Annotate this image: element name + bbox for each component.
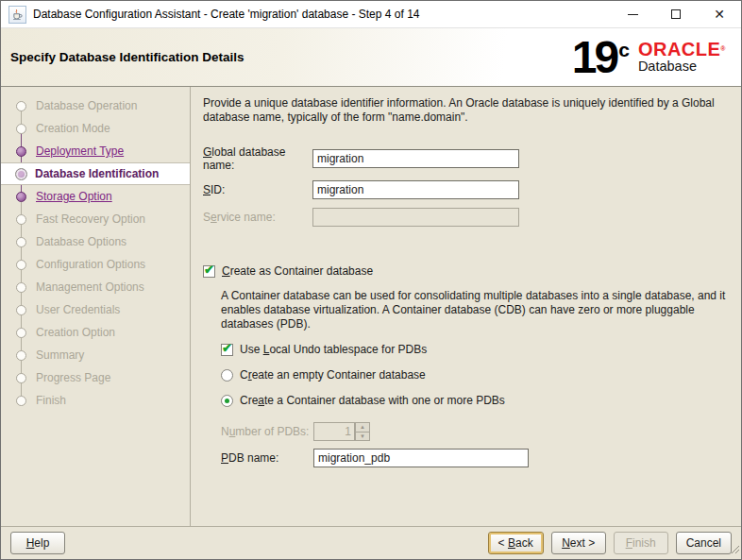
sidebar-item-management-options: Management Options [1, 276, 190, 298]
spinner-down-icon: ▼ [355, 433, 370, 442]
next-button[interactable]: Next > [551, 532, 606, 554]
check-icon: ✔ [222, 342, 232, 354]
step-marker-icon [16, 146, 26, 157]
page-title: Specify Database Identification Details [10, 50, 245, 64]
content-area: Database Operation Creation Mode Deploym… [1, 87, 741, 526]
oracle-brand: ORACLE® [638, 41, 726, 58]
label-text: DB name: [228, 451, 278, 465]
step-label: Storage Option [36, 190, 112, 203]
sidebar-item-database-operation: Database Operation [1, 94, 190, 117]
dbca-window: Database Configuration Assistant - Creat… [0, 0, 742, 560]
maximize-button[interactable] [654, 1, 698, 27]
label-text: C [240, 368, 248, 382]
step-label: Management Options [36, 280, 144, 294]
num-pdbs-input [313, 422, 355, 441]
label-text: inish [632, 536, 656, 550]
label-text: N [221, 425, 229, 438]
step-label: Creation Mode [36, 122, 110, 135]
label-text: N [562, 536, 570, 550]
label-text: te a Container database with one or more… [264, 394, 505, 407]
global-db-name-row: Global database name: [203, 145, 737, 172]
step-marker-icon [16, 396, 26, 406]
main-panel: Provide a unique database identifier inf… [191, 87, 742, 526]
step-marker-icon [16, 214, 26, 225]
step-label: Finish [36, 394, 66, 407]
num-pdbs-spinner: ▲ ▼ [313, 422, 370, 441]
wizard-steps-sidebar: Database Operation Creation Mode Deploym… [1, 87, 191, 526]
step-marker-icon [16, 350, 26, 361]
minimize-button[interactable] [611, 1, 654, 27]
check-icon: ✔ [204, 263, 214, 276]
local-undo-label: Use Local Undo tablespace for PDBs [240, 343, 427, 356]
label-text: Cre [240, 394, 258, 407]
label-text: < [498, 536, 508, 550]
window-title: Database Configuration Assistant - Creat… [33, 8, 611, 21]
sidebar-item-finish: Finish [1, 389, 190, 412]
logo-version: 19 [572, 37, 616, 78]
local-undo-checkbox[interactable]: ✔ [221, 344, 233, 356]
label-text: lobal database name: [203, 145, 285, 172]
empty-cdb-radio-row: Create an empty Container database [221, 368, 737, 382]
step-label: Summary [36, 348, 84, 362]
num-pdbs-label: Number of PDBs: [221, 425, 313, 438]
spinner-buttons: ▲ ▼ [355, 422, 370, 441]
service-name-row: Service name: [203, 208, 737, 227]
sidebar-item-creation-mode: Creation Mode [1, 117, 190, 140]
step-marker-icon [16, 192, 26, 202]
sidebar-item-configuration-options: Configuration Options [1, 253, 190, 276]
wizard-header: Specify Database Identification Details … [1, 28, 741, 87]
cancel-button[interactable]: Cancel [676, 532, 732, 554]
window-controls: ✕ [611, 1, 741, 27]
finish-button: Finish [614, 532, 668, 554]
cdb-description-text: A Container database can be used for con… [221, 289, 735, 331]
step-marker-icon [16, 237, 26, 247]
label-text: ocal Undo tablespace for PDBs [269, 343, 427, 356]
label-text: ack [515, 536, 533, 550]
spinner-up-icon: ▲ [355, 422, 370, 433]
back-button[interactable]: < Back [488, 532, 544, 554]
sid-input[interactable] [312, 180, 519, 199]
maximize-icon [671, 9, 681, 19]
step-label: Database Identification [35, 167, 159, 180]
minimize-icon [628, 14, 638, 15]
label-text: e [211, 211, 217, 224]
registered-mark: ® [720, 45, 726, 52]
step-label: Deployment Type [36, 144, 124, 158]
label-text: P [221, 451, 228, 465]
help-button[interactable]: Help [10, 532, 65, 554]
local-undo-row: ✔ Use Local Undo tablespace for PDBs [221, 343, 737, 356]
create-cdb-checkbox[interactable]: ✔ [203, 265, 215, 278]
label-text: B [508, 536, 515, 550]
brand-text: ORACLE [638, 39, 720, 59]
sidebar-item-database-identification: Database Identification [1, 162, 190, 185]
sidebar-item-progress-page: Progress Page [1, 366, 190, 389]
cdb-with-pdbs-radio-row: Create a Container database with one or … [221, 394, 737, 407]
sidebar-item-fast-recovery-option: Fast Recovery Option [1, 208, 190, 230]
intro-text: Provide a unique database identifier inf… [203, 96, 737, 125]
nav-buttons: < Back Next > Finish Cancel [488, 532, 732, 554]
empty-cdb-label: Create an empty Container database [240, 368, 426, 382]
step-label: Progress Page [36, 371, 110, 384]
empty-cdb-radio[interactable] [221, 369, 233, 382]
sidebar-item-summary: Summary [1, 344, 190, 366]
resize-grip[interactable] [729, 541, 740, 558]
create-cdb-label: Create as Container database [222, 264, 373, 278]
logo-wordmark: ORACLE® Database [638, 41, 726, 74]
pdb-name-input[interactable] [313, 449, 529, 467]
cdb-with-pdbs-radio[interactable] [221, 395, 233, 407]
pdb-name-label: PDB name: [221, 451, 313, 465]
step-label: Creation Option [36, 326, 115, 339]
button-bar: Help < Back Next > Finish Cancel [1, 526, 741, 559]
sidebar-item-deployment-type[interactable]: Deployment Type [1, 140, 190, 162]
cdb-with-pdbs-label: Create a Container database with one or … [240, 394, 505, 407]
close-button[interactable]: ✕ [698, 1, 741, 27]
step-label: User Credentials [36, 303, 120, 316]
global-db-name-input[interactable] [312, 149, 519, 168]
label-text: F [626, 536, 632, 550]
sidebar-item-storage-option[interactable]: Storage Option [1, 185, 190, 208]
step-marker-icon [16, 101, 26, 111]
label-text: eate an empty Container database [252, 368, 426, 382]
step-marker-icon [16, 260, 26, 270]
label-text: S [203, 211, 211, 224]
step-marker-icon [15, 168, 27, 180]
